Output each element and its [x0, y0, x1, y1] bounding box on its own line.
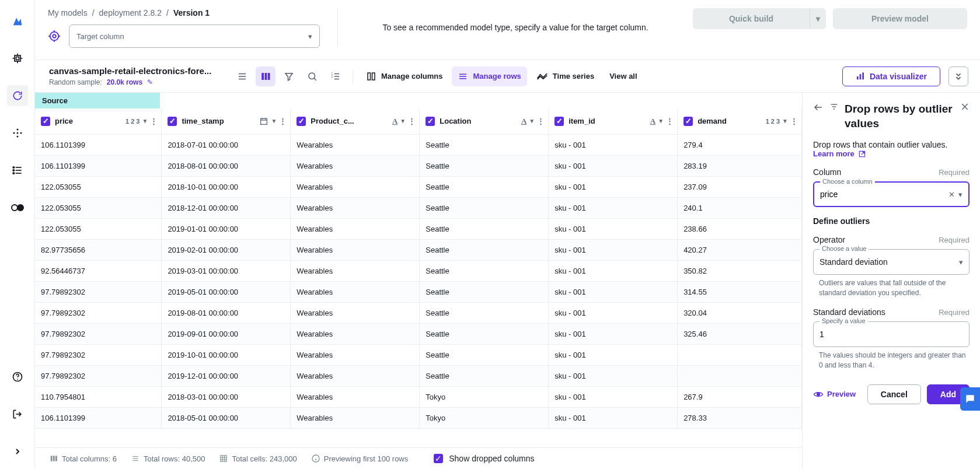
chevron-down-icon[interactable]: ▼ [271, 118, 277, 124]
cell-item_id: sku - 001 [549, 260, 678, 281]
preview-link[interactable]: Preview [813, 390, 856, 398]
svg-point-22 [50, 32, 59, 41]
panel-close-icon[interactable] [960, 102, 969, 111]
top-bar: My models/ deployment 2.8.2/ Version 1 T… [35, 0, 980, 60]
column-header[interactable]: ✓time_stamp▼⋮ [162, 108, 291, 134]
cell-item_id: sku - 001 [549, 155, 678, 176]
chevron-down-icon[interactable]: ▾ [958, 190, 962, 199]
edit-icon[interactable]: ✎ [147, 78, 153, 86]
cell-time_stamp: 2018-08-01 00:00:00 [162, 155, 291, 176]
kebab-icon[interactable]: ⋮ [666, 117, 674, 125]
show-dropped-label: Show dropped columns [449, 454, 534, 463]
column-header[interactable]: ✓LocationA▼⋮ [420, 108, 549, 134]
table-row[interactable]: 92.564467372019-03-01 00:00:00WearablesS… [35, 260, 802, 281]
cell-location: Seattle [420, 176, 549, 197]
cell-location: Seattle [420, 218, 549, 239]
nav-logout-icon[interactable] [7, 404, 28, 425]
table-row[interactable]: 97.798923022019-10-01 00:00:00WearablesS… [35, 344, 802, 365]
nav-list-icon[interactable] [7, 160, 28, 181]
chevron-down-icon[interactable]: ▾ [959, 258, 963, 267]
column-checkbox[interactable]: ✓ [554, 117, 564, 126]
svg-rect-54 [51, 456, 53, 461]
target-column-select[interactable]: Target column ▾ [69, 24, 320, 48]
view-grid-icon[interactable] [256, 66, 275, 86]
nav-refresh-icon[interactable] [7, 85, 28, 106]
chevron-down-icon[interactable]: ▼ [658, 118, 664, 124]
table-row[interactable]: 122.0530552018-12-01 00:00:00WearablesSe… [35, 197, 802, 218]
column-checkbox[interactable]: ✓ [683, 117, 693, 126]
column-header[interactable]: ✓price1 2 3▼⋮ [35, 108, 162, 134]
cell-price: 97.79892302 [35, 323, 162, 344]
std-input-field[interactable] [819, 330, 963, 339]
kebab-icon[interactable]: ⋮ [408, 117, 416, 125]
table-row[interactable]: 122.0530552018-10-01 00:00:00WearablesSe… [35, 176, 802, 197]
view-all-label: View all [609, 72, 637, 80]
table-row[interactable]: 110.79548012018-03-01 00:00:00WearablesT… [35, 386, 802, 407]
table-row[interactable]: 97.798923022019-05-01 00:00:00WearablesS… [35, 281, 802, 302]
table-row[interactable]: 106.11013992018-08-01 00:00:00WearablesS… [35, 155, 802, 176]
manage-columns-button[interactable]: Manage columns [360, 66, 448, 86]
table-row[interactable]: 122.0530552019-01-01 00:00:00WearablesSe… [35, 218, 802, 239]
column-checkbox[interactable]: ✓ [41, 117, 50, 126]
chevron-down-icon[interactable]: ▼ [400, 118, 406, 124]
operator-select[interactable]: Choose a value Standard deviation ▾ [813, 249, 969, 275]
view-list-icon[interactable] [232, 66, 252, 86]
kebab-icon[interactable]: ⋮ [150, 117, 158, 125]
nav-logo-icon[interactable] [7, 10, 28, 32]
svg-point-8 [20, 132, 22, 134]
chat-fab-icon[interactable] [960, 387, 980, 411]
panel-filter-icon[interactable] [829, 102, 839, 111]
filter-icon[interactable] [279, 66, 299, 86]
view-all-button[interactable]: View all [604, 66, 643, 86]
cell-location: Tokyo [420, 386, 549, 407]
cell-product: Wearables [291, 218, 420, 239]
collapse-toolbar-icon[interactable] [948, 66, 968, 86]
sample-rows-link[interactable]: 20.0k rows [107, 78, 142, 86]
kebab-icon[interactable]: ⋮ [790, 117, 798, 125]
nav-help-icon[interactable] [7, 366, 28, 387]
column-header[interactable]: ✓Product_c...A▼⋮ [291, 108, 420, 134]
show-dropped-checkbox[interactable]: ✓ [434, 454, 443, 463]
column-input[interactable]: Choose a column ✕ ▾ [813, 181, 969, 207]
table-row[interactable]: 97.798923022019-12-01 00:00:00WearablesS… [35, 365, 802, 386]
clear-icon[interactable]: ✕ [945, 190, 958, 199]
column-input-field[interactable] [820, 190, 945, 199]
kebab-icon[interactable]: ⋮ [537, 117, 545, 125]
crumb-my-models[interactable]: My models [48, 8, 88, 18]
column-header[interactable]: ✓item_idA▼⋮ [549, 108, 678, 134]
nav-chip-icon[interactable] [7, 48, 28, 69]
column-checkbox[interactable]: ✓ [426, 117, 435, 126]
nav-toggle-icon[interactable] [7, 197, 28, 218]
cell-product: Wearables [291, 323, 420, 344]
table-row[interactable]: 82.977356562019-02-01 00:00:00WearablesS… [35, 239, 802, 260]
cell-location: Seattle [420, 239, 549, 260]
crumb-deployment[interactable]: deployment 2.8.2 [99, 8, 162, 18]
svg-rect-43 [372, 73, 375, 80]
table-row[interactable]: 97.798923022019-08-01 00:00:00WearablesS… [35, 302, 802, 323]
data-visualizer-button[interactable]: Data visualizer [842, 66, 940, 86]
column-checkbox[interactable]: ✓ [297, 117, 306, 126]
cancel-button[interactable]: Cancel [867, 384, 921, 404]
column-name: time_stamp [182, 117, 224, 125]
panel-back-icon[interactable] [813, 102, 824, 113]
column-checkbox[interactable]: ✓ [168, 117, 177, 126]
learn-more-link[interactable]: Learn more [813, 149, 866, 158]
chevron-down-icon[interactable]: ▼ [782, 118, 788, 124]
table-row[interactable]: 97.798923022019-09-01 00:00:00WearablesS… [35, 323, 802, 344]
cell-item_id: sku - 001 [549, 302, 678, 323]
nav-expand-icon[interactable] [7, 441, 28, 462]
time-series-button[interactable]: Time series [531, 66, 600, 86]
std-input[interactable]: Specify a value [813, 321, 969, 347]
manage-rows-button[interactable]: Manage rows [452, 66, 526, 86]
kebab-icon[interactable]: ⋮ [279, 117, 287, 125]
numbered-list-icon[interactable]: 12 [326, 66, 346, 86]
chevron-down-icon[interactable]: ▼ [529, 118, 535, 124]
cell-item_id: sku - 001 [549, 344, 678, 365]
table-row[interactable]: 106.11013992018-05-01 00:00:00WearablesT… [35, 407, 802, 428]
table-row[interactable]: 106.11013992018-07-01 00:00:00WearablesS… [35, 134, 802, 155]
column-header[interactable]: ✓demand1 2 3▼⋮ [678, 108, 802, 134]
search-icon[interactable] [302, 66, 322, 86]
cell-demand [678, 365, 802, 386]
chevron-down-icon[interactable]: ▼ [142, 118, 148, 124]
nav-hub-icon[interactable] [7, 123, 28, 144]
